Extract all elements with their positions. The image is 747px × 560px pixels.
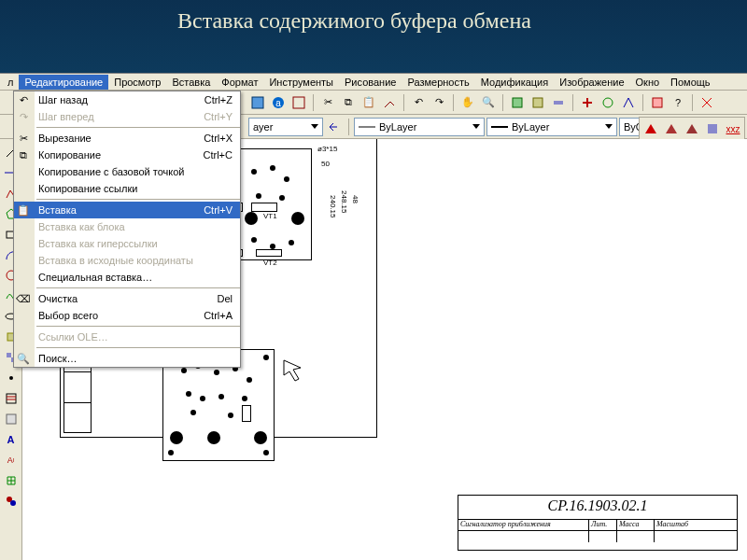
toolbar-separator [692,94,693,111]
menuitem-copy[interactable]: ⧉ Копирование Ctrl+C [14,147,240,163]
menu-view[interactable]: Просмотр [108,75,166,90]
help-button[interactable]: ? [669,93,687,112]
menuitem-label: Очистка [38,293,78,304]
menuitem-paste-block: Вставка как блока [14,218,240,235]
tool-button[interactable] [289,93,308,112]
tool-button[interactable] [549,93,568,112]
mtext-tool[interactable]: AI [2,451,21,469]
menu-draw[interactable]: Рисование [339,75,402,90]
tool-button[interactable] [641,119,660,138]
toolbar-separator [642,94,643,111]
paste-icon: 📋 [16,203,31,217]
layer-dropdown[interactable]: ayer [248,118,323,136]
tool-button[interactable] [703,119,722,138]
menuitem-shortcut: Del [217,293,233,304]
point-tool[interactable] [2,369,21,387]
svg-point-7 [603,98,613,107]
menu-separator [36,199,240,200]
menu-separator [36,326,240,327]
menu-help[interactable]: Помощь [665,75,716,90]
tool-button[interactable] [683,119,701,138]
menuitem-undo[interactable]: ↶ Шаг назад Ctrl+Z [14,91,240,108]
chevron-down-icon [311,124,318,129]
menuitem-copy-link[interactable]: Копирование ссылки [14,180,240,197]
menuitem-label: Шаг вперед [38,111,94,122]
menuitem-paste-original: Вставка в исходные координаты [14,252,240,269]
layer-prev-button[interactable] [325,118,344,136]
drawing-caption: Сигнализатор приближения [458,520,589,530]
menuitem-cut[interactable]: ✂ Вырезание Ctrl+X [14,130,240,147]
menu-edit[interactable]: Редактирование [19,75,108,90]
tool-button[interactable] [2,492,21,511]
menuitem-copy-basepoint[interactable]: Копирование с базовой точкой [14,163,240,180]
dim-label: 248.15 [340,190,348,213]
menu-modify[interactable]: Модификация [475,75,555,90]
svg-rect-11 [708,124,717,133]
menubar: л Редактирование Просмотр Вставка Формат… [0,74,747,91]
cut-icon: ✂ [16,131,31,146]
tool-button[interactable] [578,93,597,112]
tool-button[interactable]: xxz [724,119,742,138]
tool-button[interactable]: a [269,93,288,112]
tool-button[interactable] [662,119,681,138]
menu-tools[interactable]: Инструменты [263,75,339,90]
menuitem-shortcut: Ctrl+X [204,133,233,144]
line-swatch [359,122,375,132]
undo-button[interactable]: ↶ [409,93,428,112]
tool-button[interactable] [698,93,716,112]
linetype-label: ByLayer [379,121,416,133]
menu-format[interactable]: Формат [216,75,263,90]
svg-rect-0 [252,97,263,108]
zoom-button[interactable]: 🔍 [479,93,498,112]
svg-rect-25 [7,414,16,424]
hatch-tool[interactable] [2,389,21,408]
lineweight-dropdown[interactable]: ByLayer [486,118,617,136]
search-icon: 🔍 [16,351,31,366]
menuitem-clear[interactable]: ⌫ Очистка Del [14,290,240,307]
menu-image[interactable]: Изображение [554,75,629,90]
lineweight-label: ByLayer [512,121,549,133]
menuitem-label: Поиск… [38,353,77,364]
menuitem-ole-links: Ссылки OLE… [14,329,240,345]
region-tool[interactable] [2,410,21,428]
menu-separator [36,347,240,348]
undo-icon: ↶ [16,92,31,107]
dim-label: 50 [321,160,330,168]
tool-button[interactable] [619,93,638,112]
copy-icon: ⧉ [16,147,31,162]
paste-button[interactable]: 📋 [359,93,378,112]
menu-insert[interactable]: Вставка [166,75,216,90]
menuitem-label: Специальная вставка… [38,272,152,283]
menuitem-select-all[interactable]: Выбор всего Ctrl+A [14,307,240,324]
menuitem-shortcut: Ctrl+Y [204,111,233,122]
menu-window[interactable]: Окно [630,75,666,90]
dim-label: 240.15 [329,195,337,217]
text-tool[interactable]: A [2,430,21,449]
svg-rect-22 [7,394,16,403]
match-button[interactable] [380,93,399,112]
cut-button[interactable]: ✂ [318,93,337,112]
menuitem-paste[interactable]: 📋 Вставка Ctrl+V [14,202,240,218]
menuitem-paste-hyperlink: Вставка как гиперссылки [14,235,240,252]
menu-dimension[interactable]: Размерность [402,75,474,90]
svg-rect-3 [293,97,304,108]
menuitem-label: Шаг назад [38,94,88,105]
linetype-dropdown[interactable]: ByLayer [354,118,485,136]
menuitem-paste-special[interactable]: Специальная вставка… [14,269,240,286]
toolbar-separator [453,94,454,111]
tb-cell: Лит. [589,520,617,530]
menu-file[interactable]: л [2,75,19,90]
copy-button[interactable]: ⧉ [339,93,358,112]
redo-icon: ↷ [16,109,31,124]
tool-button[interactable] [599,93,617,112]
tool-button[interactable] [648,93,667,112]
tool-button[interactable] [508,93,527,112]
pan-button[interactable]: ✋ [458,93,477,112]
redo-button[interactable]: ↷ [430,93,448,112]
menuitem-shortcut: Ctrl+Z [204,94,233,105]
menuitem-find[interactable]: 🔍 Поиск… [14,350,240,367]
tool-button[interactable] [529,93,547,112]
tool-button[interactable] [2,471,21,490]
tool-button[interactable] [248,93,267,112]
menuitem-label: Ссылки OLE… [38,331,108,343]
